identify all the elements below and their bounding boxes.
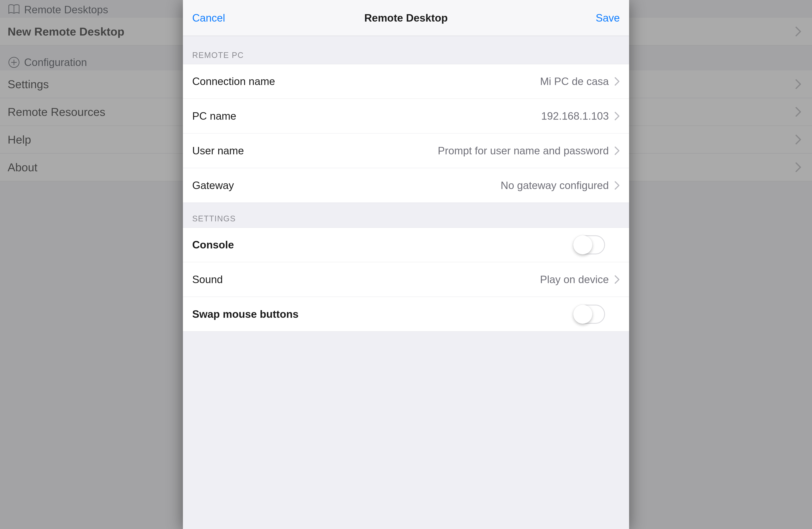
section-header-remote-desktops-label: Remote Desktops xyxy=(24,4,108,16)
cancel-button[interactable]: Cancel xyxy=(192,12,225,24)
chevron-right-icon xyxy=(795,26,801,37)
cell-pc-name[interactable]: PC name 192.168.1.103 xyxy=(183,99,629,133)
save-button[interactable]: Save xyxy=(596,12,620,24)
pc-name-label: PC name xyxy=(192,110,236,122)
swap-mouse-label: Swap mouse buttons xyxy=(192,308,299,320)
user-name-label: User name xyxy=(192,145,244,157)
chevron-right-icon xyxy=(614,112,620,121)
gateway-label: Gateway xyxy=(192,179,234,192)
cell-swap-mouse: Swap mouse buttons xyxy=(183,297,629,332)
console-toggle[interactable] xyxy=(573,235,605,254)
connection-name-label: Connection name xyxy=(192,75,275,88)
remote-desktop-modal: Cancel Remote Desktop Save REMOTE PC Con… xyxy=(183,0,629,529)
gateway-value: No gateway configured xyxy=(501,179,609,192)
swap-mouse-toggle[interactable] xyxy=(573,305,605,324)
chevron-right-icon xyxy=(795,106,801,117)
chevron-right-icon xyxy=(795,134,801,145)
row-help-label: Help xyxy=(8,133,31,146)
chevron-right-icon xyxy=(614,275,620,284)
row-about-label: About xyxy=(8,161,38,174)
section-header-configuration-label: Configuration xyxy=(24,56,87,69)
connection-name-value: Mi PC de casa xyxy=(540,75,609,88)
cell-gateway[interactable]: Gateway No gateway configured xyxy=(183,168,629,203)
modal-body: REMOTE PC Connection name Mi PC de casa … xyxy=(183,36,629,529)
row-new-remote-desktop-label: New Remote Desktop xyxy=(8,25,124,38)
group-label-remote-pc: REMOTE PC xyxy=(183,36,629,64)
pc-name-value: 192.168.1.103 xyxy=(541,110,609,122)
modal-header: Cancel Remote Desktop Save xyxy=(183,0,629,36)
chevron-right-icon xyxy=(795,162,801,173)
cell-connection-name[interactable]: Connection name Mi PC de casa xyxy=(183,64,629,99)
cell-user-name[interactable]: User name Prompt for user name and passw… xyxy=(183,133,629,168)
row-settings-label: Settings xyxy=(8,78,49,91)
row-remote-resources-label: Remote Resources xyxy=(8,105,105,118)
sound-value: Play on device xyxy=(540,274,609,285)
modal-title: Remote Desktop xyxy=(364,12,448,24)
chevron-right-icon xyxy=(795,79,801,89)
chevron-right-icon xyxy=(614,146,620,156)
cell-console: Console xyxy=(183,227,629,262)
chevron-right-icon xyxy=(614,77,620,86)
sound-label: Sound xyxy=(192,274,223,285)
console-label: Console xyxy=(192,239,234,251)
gear-plus-icon xyxy=(8,56,20,69)
chevron-right-icon xyxy=(614,181,620,190)
cell-sound[interactable]: Sound Play on device xyxy=(183,262,629,297)
user-name-value: Prompt for user name and password xyxy=(438,145,609,157)
book-icon xyxy=(8,3,20,16)
group-label-settings: SETTINGS xyxy=(183,203,629,227)
